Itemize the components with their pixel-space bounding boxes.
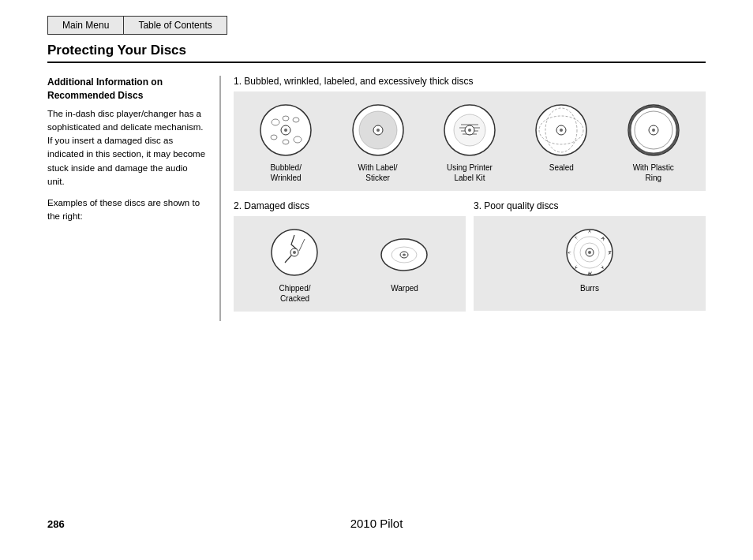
- svg-point-25: [560, 129, 563, 132]
- svg-point-33: [293, 251, 296, 254]
- disc-icon-printer: [442, 103, 497, 158]
- disc-icon-chipped: [269, 227, 320, 278]
- disc-row-3: Burrs: [481, 227, 698, 293]
- disc-label-chipped: Chipped/Cracked: [279, 283, 310, 304]
- section2-box: 2. Damaged discs: [234, 200, 466, 321]
- disc-label-bubbled: Bubbled/Wrinkled: [270, 162, 301, 183]
- page-number: 286: [47, 518, 65, 530]
- disc-item-label: With Label/Sticker: [347, 103, 410, 183]
- svg-point-12: [376, 129, 380, 132]
- main-menu-button[interactable]: Main Menu: [47, 16, 123, 35]
- disc-label-printer: Using PrinterLabel Kit: [447, 162, 493, 183]
- disc-icon-sealed: [534, 103, 589, 158]
- section3-label: 3. Poor quality discs: [474, 200, 706, 211]
- svg-point-37: [403, 254, 406, 256]
- disc-item-ring: With PlasticRing: [622, 103, 685, 183]
- disc-item-bubbled: Bubbled/Wrinkled: [254, 103, 317, 183]
- disc-row-1: Bubbled/Wrinkled With Label/Sticker: [242, 103, 698, 183]
- main-content: Additional Information on Recommended Di…: [47, 76, 706, 321]
- section3-grid: Burrs: [474, 216, 706, 311]
- disc-label-warped: Warped: [391, 283, 418, 293]
- disc-icon-warped: [379, 227, 430, 278]
- page-title: Protecting Your Discs: [47, 43, 706, 63]
- svg-point-2: [284, 129, 287, 132]
- svg-point-30: [652, 129, 655, 132]
- disc-label-ring: With PlasticRing: [633, 162, 674, 183]
- right-column: 1. Bubbled, wrinkled, labeled, and exces…: [234, 76, 706, 321]
- section2-label: 2. Damaged discs: [234, 200, 466, 211]
- disc-icon-label: [350, 103, 406, 158]
- disc-item-chipped: Chipped/Cracked: [264, 227, 327, 304]
- disc-item-sealed: Sealed: [530, 103, 593, 173]
- section-heading: Additional Information on Recommended Di…: [47, 76, 207, 103]
- disc-icon-burrs: [564, 227, 616, 278]
- disc-row-2: Chipped/Cracked: [242, 227, 458, 304]
- section1-box: Bubbled/Wrinkled With Label/Sticker: [234, 91, 706, 191]
- svg-point-42: [588, 251, 591, 254]
- footer-title: 2010 Pilot: [350, 517, 403, 530]
- section2-grid: Chipped/Cracked: [234, 216, 466, 312]
- disc-label-burrs: Burrs: [580, 283, 599, 293]
- left-column: Additional Information on Recommended Di…: [47, 76, 221, 321]
- toc-button[interactable]: Table of Contents: [123, 16, 227, 35]
- section1-label: 1. Bubbled, wrinkled, labeled, and exces…: [234, 76, 706, 87]
- top-navigation: Main Menu Table of Contents: [47, 16, 706, 35]
- body-text-1: The in-dash disc player/changer has a so…: [47, 107, 207, 189]
- body-text-2: Examples of these discs are shown to the…: [47, 196, 207, 224]
- disc-label-sticker: With Label/Sticker: [358, 162, 398, 183]
- disc-label-sealed: Sealed: [549, 162, 574, 173]
- svg-point-20: [468, 129, 471, 132]
- disc-icon-bubbled: [258, 103, 313, 158]
- lower-sections: 2. Damaged discs: [234, 200, 706, 321]
- disc-icon-ring: [626, 103, 681, 158]
- section3-box: 3. Poor quality discs: [474, 200, 706, 321]
- disc-item-burrs: Burrs: [558, 227, 621, 293]
- disc-item-warped: Warped: [373, 227, 436, 293]
- disc-item-printer: Using PrinterLabel Kit: [438, 103, 501, 183]
